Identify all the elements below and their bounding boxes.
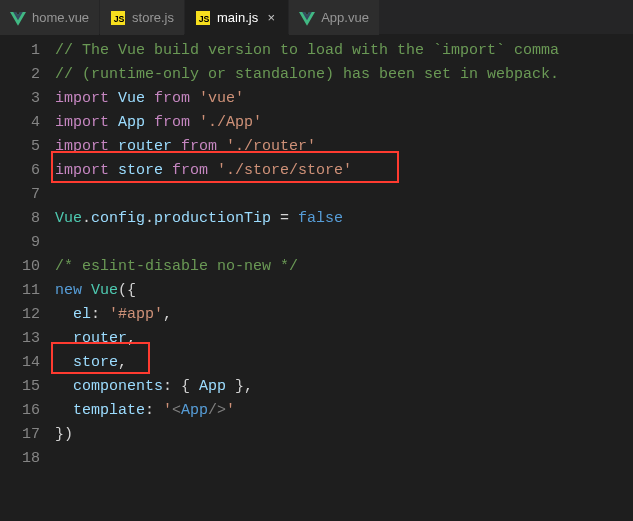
gutter: 123456789101112131415161718 (0, 35, 55, 521)
vue-icon (299, 10, 315, 26)
token: '#app' (109, 306, 163, 323)
token: productionTip (154, 210, 271, 227)
tab-label: main.js (217, 10, 258, 25)
code-line[interactable]: import Vue from 'vue' (55, 87, 633, 111)
tab-label: App.vue (321, 10, 369, 25)
token: from (154, 90, 190, 107)
code-line[interactable]: import App from './App' (55, 111, 633, 135)
token: false (298, 210, 343, 227)
token: store (118, 162, 163, 179)
token (55, 378, 73, 395)
line-number: 9 (0, 231, 40, 255)
editor: 123456789101112131415161718 // The Vue b… (0, 35, 633, 521)
token: new (55, 282, 82, 299)
token: . (82, 210, 91, 227)
token: config (91, 210, 145, 227)
token: './store/store' (217, 162, 352, 179)
svg-text:JS: JS (199, 14, 210, 24)
token: store (73, 354, 118, 371)
tab-label: store.js (132, 10, 174, 25)
token (109, 114, 118, 131)
line-number: 10 (0, 255, 40, 279)
js-icon: JS (110, 10, 126, 26)
token: template (73, 402, 145, 419)
line-number: 5 (0, 135, 40, 159)
token (145, 90, 154, 107)
line-number: 17 (0, 423, 40, 447)
token: < (172, 402, 181, 419)
code-line[interactable]: el: '#app', (55, 303, 633, 327)
token: from (172, 162, 208, 179)
line-number: 1 (0, 39, 40, 63)
close-icon[interactable]: × (264, 10, 278, 25)
token: = (271, 210, 298, 227)
token: }) (55, 426, 73, 443)
tab-App-vue[interactable]: App.vue (289, 0, 379, 35)
token (55, 354, 73, 371)
tab-home-vue[interactable]: home.vue (0, 0, 99, 35)
token: import (55, 138, 109, 155)
code-line[interactable]: Vue.config.productionTip = false (55, 207, 633, 231)
code-line[interactable]: // (runtime-only or standalone) has been… (55, 63, 633, 87)
token: router (118, 138, 172, 155)
code-line[interactable] (55, 231, 633, 255)
line-number: 3 (0, 87, 40, 111)
token (208, 162, 217, 179)
token (190, 114, 199, 131)
code-line[interactable]: new Vue({ (55, 279, 633, 303)
code-line[interactable]: store, (55, 351, 633, 375)
js-icon: JS (195, 10, 211, 26)
token: App (199, 378, 226, 395)
token: from (181, 138, 217, 155)
token: router (73, 330, 127, 347)
code-line[interactable]: /* eslint-disable no-new */ (55, 255, 633, 279)
code-line[interactable] (55, 183, 633, 207)
code-line[interactable]: import store from './store/store' (55, 159, 633, 183)
token: ' (163, 402, 172, 419)
token: import (55, 114, 109, 131)
token: , (163, 306, 172, 323)
tab-main-js[interactable]: JSmain.js× (185, 0, 288, 35)
token: Vue (91, 282, 118, 299)
line-number: 13 (0, 327, 40, 351)
tab-store-js[interactable]: JSstore.js (100, 0, 184, 35)
line-number: 11 (0, 279, 40, 303)
token: components (73, 378, 163, 395)
code-line[interactable]: import router from './router' (55, 135, 633, 159)
token (55, 330, 73, 347)
code-line[interactable]: template: '<App/>' (55, 399, 633, 423)
line-number: 14 (0, 351, 40, 375)
token: ({ (118, 282, 136, 299)
code-area[interactable]: // The Vue build version to load with th… (55, 35, 633, 521)
token (190, 90, 199, 107)
token: // The Vue build version to load with th… (55, 42, 559, 59)
token (109, 138, 118, 155)
token (163, 162, 172, 179)
code-line[interactable]: router, (55, 327, 633, 351)
token: }, (226, 378, 253, 395)
line-number: 8 (0, 207, 40, 231)
code-line[interactable]: components: { App }, (55, 375, 633, 399)
tab-label: home.vue (32, 10, 89, 25)
tab-bar: home.vueJSstore.jsJSmain.js×App.vue (0, 0, 633, 35)
token (109, 162, 118, 179)
token: : (145, 402, 163, 419)
code-line[interactable]: // The Vue build version to load with th… (55, 39, 633, 63)
token: Vue (118, 90, 145, 107)
token: './App' (199, 114, 262, 131)
token: /* eslint-disable no-new */ (55, 258, 298, 275)
line-number: 12 (0, 303, 40, 327)
line-number: 16 (0, 399, 40, 423)
token: App (181, 402, 208, 419)
token: ' (226, 402, 235, 419)
token: , (118, 354, 127, 371)
token (82, 282, 91, 299)
token: : { (163, 378, 199, 395)
token: el (73, 306, 91, 323)
token (145, 114, 154, 131)
token: : (91, 306, 109, 323)
token: , (127, 330, 136, 347)
line-number: 18 (0, 447, 40, 471)
code-line[interactable]: }) (55, 423, 633, 447)
code-line[interactable] (55, 447, 633, 471)
